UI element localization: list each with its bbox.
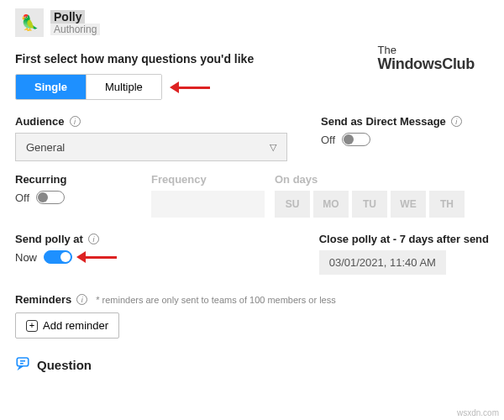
frequency-input [151, 191, 265, 218]
reminders-hint: * reminders are only sent to teams of 10… [96, 295, 336, 305]
single-option-button[interactable]: Single [16, 75, 86, 99]
info-icon[interactable]: i [88, 234, 99, 244]
on-days-label: On days [275, 173, 489, 186]
app-subtitle: Authoring [50, 24, 100, 35]
day-button: SU [275, 191, 310, 218]
question-title: Question [37, 358, 92, 372]
day-button: TH [429, 191, 465, 218]
direct-message-label: Send as Direct Message i [321, 115, 489, 128]
close-polly-at-label: Close polly at - 7 days after send [319, 233, 489, 245]
direct-message-toggle[interactable] [342, 133, 370, 146]
close-polly-date[interactable]: 03/01/2021, 11:40 AM [319, 250, 446, 275]
watermark-line2: WindowsClub [377, 56, 475, 73]
day-button: MO [313, 191, 349, 218]
info-icon[interactable]: i [451, 116, 462, 127]
add-reminder-label: Add reminder [43, 319, 108, 332]
reminders-label: Reminders i [15, 293, 87, 306]
chat-icon [15, 355, 30, 375]
polly-app-icon: 🦜 [15, 8, 44, 37]
audience-value: General [26, 141, 65, 154]
direct-message-state: Off [321, 134, 335, 146]
plus-icon: + [26, 320, 38, 332]
send-at-toggle[interactable] [44, 250, 72, 264]
recurring-toggle[interactable] [36, 191, 65, 204]
svg-rect-0 [17, 358, 29, 366]
chevron-down-icon: ▽ [270, 142, 276, 153]
days-strip: SU MO TU WE TH [275, 191, 489, 218]
audience-select[interactable]: General ▽ [15, 133, 287, 161]
add-reminder-button[interactable]: + Add reminder [15, 312, 119, 339]
recurring-label: Recurring [15, 173, 141, 186]
watermark-logo: The WindowsClub [377, 45, 475, 73]
app-header: 🦜 Polly Authoring [15, 8, 489, 37]
question-count-segmented: Single Multiple [15, 74, 162, 100]
audience-label: Audience i [15, 115, 287, 128]
info-icon[interactable]: i [76, 294, 87, 305]
annotation-arrow-icon [172, 84, 218, 91]
recurring-state: Off [15, 192, 29, 204]
send-polly-at-label: Send polly at i [15, 233, 125, 245]
app-name: Polly [50, 10, 85, 24]
info-icon[interactable]: i [70, 116, 81, 127]
image-credit: wsxdn.com [457, 408, 499, 417]
day-button: WE [391, 191, 426, 218]
watermark-line1: The [377, 45, 475, 56]
multiple-option-button[interactable]: Multiple [86, 75, 161, 99]
day-button: TU [352, 191, 387, 218]
question-section-header: Question [15, 355, 489, 375]
annotation-arrow-icon [79, 254, 125, 260]
frequency-label: Frequency [151, 173, 265, 186]
send-at-state: Now [15, 251, 37, 264]
